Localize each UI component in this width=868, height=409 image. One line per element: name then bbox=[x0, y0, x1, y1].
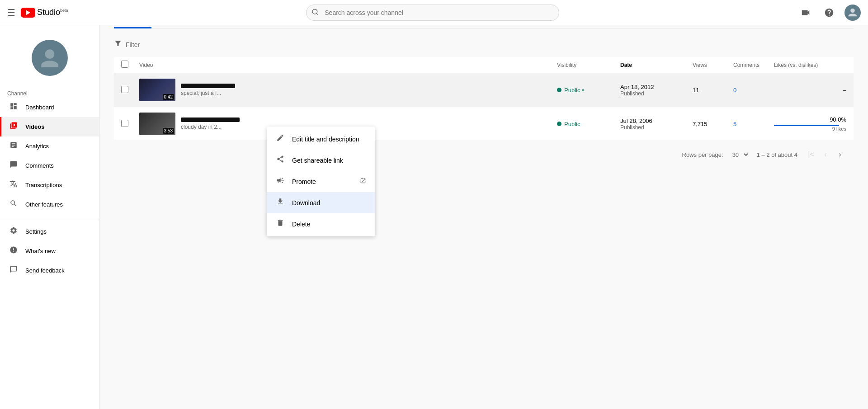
table-header: Video Visibility Date Views Comments Lik… bbox=[114, 57, 854, 73]
row1-checkbox[interactable] bbox=[121, 86, 128, 93]
row2-title bbox=[181, 118, 557, 122]
menu-item-share[interactable]: Get shareable link bbox=[267, 150, 375, 171]
col-header-video: Video bbox=[139, 62, 557, 68]
row1-visibility: Public ▾ bbox=[557, 87, 620, 94]
col-header-views: Views bbox=[693, 62, 733, 68]
svg-point-0 bbox=[312, 9, 317, 14]
sidebar-avatar-section bbox=[0, 33, 99, 87]
row2-date: Jul 28, 2006 Published bbox=[620, 118, 693, 131]
promote-icon bbox=[276, 176, 285, 179]
col-header-likes: Likes (vs. dislikes) bbox=[774, 62, 846, 68]
share-icon bbox=[276, 155, 285, 165]
row2-views: 7,715 bbox=[693, 121, 733, 127]
row2-thumbnail: 3:53 bbox=[139, 113, 175, 135]
comments-icon bbox=[9, 160, 18, 171]
video-camera-icon[interactable] bbox=[797, 5, 814, 21]
menu-label-promote: Promote bbox=[292, 178, 316, 179]
col-header-date: Date bbox=[620, 62, 693, 68]
row1-desc: special; just a f... bbox=[181, 90, 557, 96]
row1-visibility-dropdown[interactable]: Public ▾ bbox=[564, 87, 584, 94]
external-link-icon bbox=[360, 178, 366, 179]
rows-per-page-label: Rows per page: bbox=[682, 151, 723, 158]
row1-likes: – bbox=[774, 87, 846, 94]
videos-icon bbox=[9, 122, 18, 132]
row1-views: 11 bbox=[693, 87, 733, 94]
svg-line-1 bbox=[316, 13, 318, 14]
menu-label-share: Get shareable link bbox=[292, 157, 343, 164]
select-all-checkbox[interactable] bbox=[121, 61, 128, 68]
youtube-logo: Studiobeta bbox=[21, 8, 68, 18]
row1-thumbnail: 0:42 bbox=[139, 79, 175, 101]
row1-title bbox=[181, 84, 557, 88]
rows-per-page-select[interactable]: 30 50 100 bbox=[731, 151, 750, 159]
row2-visibility-dot bbox=[557, 122, 561, 126]
youtube-icon bbox=[21, 8, 35, 18]
row1-video-cell: 0:42 special; just a f... bbox=[139, 79, 557, 101]
filter-icon bbox=[114, 39, 122, 50]
filter-label: Filter bbox=[126, 41, 140, 48]
menu-item-promote[interactable]: Promote bbox=[267, 171, 375, 179]
dashboard-icon bbox=[9, 102, 18, 113]
row2-likes: 90.0% 9 likes bbox=[774, 116, 846, 132]
sidebar-item-dashboard[interactable]: Dashboard bbox=[0, 98, 99, 117]
sidebar-label-analytics: Analytics bbox=[25, 143, 49, 150]
row2-comments: 5 bbox=[733, 121, 774, 127]
menu-label-edit: Edit title and description bbox=[292, 136, 359, 143]
row1-info: special; just a f... bbox=[181, 84, 557, 96]
first-page-button[interactable]: |< bbox=[805, 148, 817, 161]
pagination-nav: |< ‹ › bbox=[805, 148, 846, 161]
row2-visibility: Public bbox=[557, 121, 620, 127]
sidebar-item-transcriptions[interactable]: Transcriptions bbox=[0, 175, 99, 179]
col-header-visibility: Visibility bbox=[557, 62, 620, 68]
row1-visibility-dot bbox=[557, 88, 561, 92]
main-content: Uploads Live Filter Video Visibility Dat… bbox=[99, 0, 868, 179]
table-row: 0:42 special; just a f... Public ▾ Apr 1… bbox=[114, 73, 854, 107]
studio-title: Studiobeta bbox=[37, 8, 68, 17]
search-icon bbox=[311, 8, 319, 17]
sidebar-label-videos: Videos bbox=[25, 123, 44, 130]
sidebar-avatar bbox=[32, 40, 68, 76]
row1-duration: 0:42 bbox=[163, 94, 174, 100]
sidebar-label-comments: Comments bbox=[25, 162, 54, 169]
filter-row: Filter bbox=[114, 36, 854, 57]
row1-comments: 0 bbox=[733, 87, 774, 94]
analytics-icon bbox=[9, 141, 18, 151]
channel-label: Channel bbox=[0, 90, 99, 97]
sidebar-item-analytics[interactable]: Analytics bbox=[0, 136, 99, 156]
edit-icon bbox=[276, 134, 285, 144]
row2-duration: 3:53 bbox=[163, 128, 174, 134]
sidebar-item-comments[interactable]: Comments bbox=[0, 156, 99, 175]
table-row: 3:53 cloudy day in 2... Public Jul 28, 2… bbox=[114, 107, 854, 141]
next-page-button[interactable]: › bbox=[834, 148, 846, 161]
search-bar bbox=[68, 5, 797, 21]
sidebar-label-dashboard: Dashboard bbox=[25, 104, 54, 111]
user-avatar[interactable] bbox=[844, 5, 861, 21]
sidebar: Channel Dashboard Videos Analytics Comme… bbox=[0, 25, 99, 179]
prev-page-button[interactable]: ‹ bbox=[819, 148, 832, 161]
svg-point-3 bbox=[45, 49, 54, 59]
help-icon[interactable] bbox=[821, 5, 837, 21]
col-header-comments: Comments bbox=[733, 62, 774, 68]
hamburger-menu[interactable]: ☰ bbox=[7, 7, 15, 18]
top-navigation: ☰ Studiobeta bbox=[0, 0, 868, 25]
sidebar-item-videos[interactable]: Videos bbox=[0, 117, 99, 136]
pagination: Rows per page: 30 50 100 1 – 2 of about … bbox=[114, 141, 854, 168]
search-input[interactable] bbox=[306, 5, 559, 21]
context-menu: Edit title and description Get shareable… bbox=[267, 127, 375, 179]
svg-point-2 bbox=[850, 8, 854, 12]
menu-item-edit[interactable]: Edit title and description bbox=[267, 128, 375, 150]
page-info: 1 – 2 of about 4 bbox=[757, 151, 797, 158]
row2-checkbox[interactable] bbox=[121, 120, 128, 127]
beta-badge: beta bbox=[60, 8, 68, 13]
row1-date: Apr 18, 2012 Published bbox=[620, 84, 693, 97]
